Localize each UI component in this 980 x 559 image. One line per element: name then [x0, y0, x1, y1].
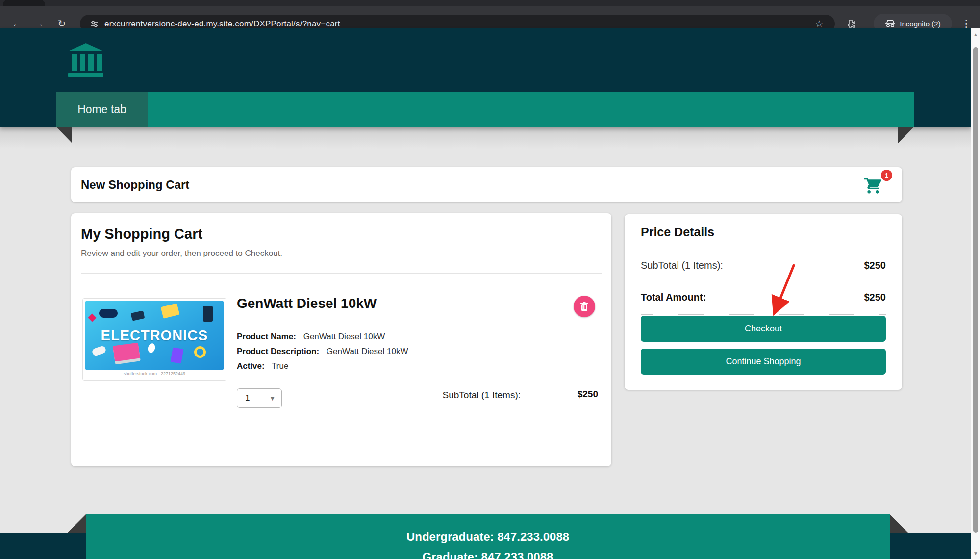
- bank-logo-icon[interactable]: [67, 43, 104, 77]
- page-title: New Shopping Cart: [81, 167, 189, 202]
- remove-item-button[interactable]: [574, 296, 595, 317]
- extensions-icon[interactable]: [846, 19, 856, 29]
- price-total-value: $250: [864, 292, 886, 303]
- footer-banner: Undergraduate: 847.233.0088 Graduate: 84…: [86, 514, 890, 559]
- scrollbar-down-icon[interactable]: ▼: [971, 549, 980, 557]
- divider: [81, 432, 602, 432]
- browser-tab-strip: [0, 0, 980, 6]
- field-product-description: Product Description: GenWatt Diesel 10kW: [237, 347, 408, 356]
- cart-count-badge: 1: [881, 170, 892, 181]
- incognito-label: Incognito (2): [900, 20, 940, 28]
- decor-camera: [131, 310, 145, 321]
- field-value: True: [272, 361, 288, 371]
- product-title: GenWatt Diesel 10kW: [237, 296, 377, 311]
- field-label: Product Name:: [237, 332, 296, 341]
- browser-toolbar: ← → ↻ erxcurrentversionc-dev-ed.my.site.…: [0, 6, 980, 28]
- tab-home[interactable]: Home tab: [56, 92, 148, 127]
- site-info-icon[interactable]: [90, 20, 99, 28]
- footer-phone-undergraduate: Undergraduate: 847.233.0088: [86, 530, 890, 544]
- site-header: Home tab: [0, 28, 971, 127]
- chevron-down-icon: ▼: [269, 395, 276, 402]
- main-navbar: Home tab: [56, 92, 914, 127]
- cart-icon[interactable]: [863, 176, 883, 195]
- line-subtotal-value: $250: [578, 389, 598, 400]
- divider: [81, 273, 602, 274]
- screen: ← → ↻ erxcurrentversionc-dev-ed.my.site.…: [0, 0, 980, 559]
- product-image-word: ELECTRONICS: [101, 328, 208, 344]
- continue-shopping-button[interactable]: Continue Shopping: [641, 349, 886, 375]
- scrollbar-thumb[interactable]: [973, 47, 978, 533]
- line-subtotal-label: SubTotal (1 Items):: [443, 390, 521, 401]
- decor-speaker: [203, 306, 213, 322]
- shopping-cart-card: My Shopping Cart Review and edit your or…: [71, 213, 611, 466]
- annotation-arrow-icon: [757, 257, 806, 324]
- product-image-caption: shutterstock.com · 2271252449: [83, 371, 226, 376]
- field-label: Active:: [237, 361, 265, 371]
- field-product-name: Product Name: GenWatt Diesel 10kW: [237, 332, 385, 342]
- cart-subheading: Review and edit your order, then proceed…: [81, 249, 282, 258]
- decor-mouse: [147, 343, 156, 354]
- decor-headphones: [194, 346, 206, 358]
- product-image: ELECTRONICS: [85, 301, 224, 370]
- quantity-select[interactable]: 1 ▼: [237, 388, 282, 408]
- field-label: Product Description:: [237, 347, 319, 356]
- footer-fold-left: [67, 514, 86, 533]
- trash-icon: [580, 302, 589, 311]
- price-heading: Price Details: [641, 225, 714, 239]
- scrollbar-up-icon[interactable]: ▲: [971, 30, 980, 38]
- decor-vr-headset: [99, 309, 118, 318]
- price-subtotal-label: SubTotal (1 Items):: [641, 260, 723, 271]
- product-image-frame: ELECTRONICS shutterstock.com · 227125244…: [82, 298, 226, 381]
- cart-heading: My Shopping Cart: [81, 226, 202, 242]
- home-tab-label: Home tab: [77, 103, 126, 116]
- url-text: erxcurrentversionc-dev-ed.my.site.com/DX…: [104, 19, 340, 29]
- quantity-value: 1: [245, 393, 250, 403]
- divider: [641, 252, 886, 252]
- field-value: GenWatt Diesel 10kW: [327, 347, 408, 356]
- decor-tablet: [161, 303, 180, 319]
- cart-title-bar: New Shopping Cart 1: [71, 167, 902, 202]
- browser-active-tab[interactable]: [3, 0, 45, 6]
- decor-tablet-small: [171, 347, 184, 363]
- field-value: GenWatt Diesel 10kW: [303, 332, 385, 341]
- decor-laptop: [113, 343, 140, 362]
- footer-phone-graduate: Graduate: 847.233.0088: [86, 550, 890, 559]
- divider: [237, 324, 591, 324]
- decor-diamond: [88, 314, 97, 322]
- field-active: Active: True: [237, 361, 288, 371]
- incognito-icon: [885, 19, 896, 28]
- price-subtotal-value: $250: [864, 260, 886, 271]
- decor-controller: [91, 345, 106, 356]
- header-shadow: [0, 127, 971, 149]
- price-total-label: Total Amount:: [641, 292, 706, 303]
- scrollbar[interactable]: ▲ ▼: [971, 28, 980, 559]
- footer-fold-right: [890, 514, 908, 533]
